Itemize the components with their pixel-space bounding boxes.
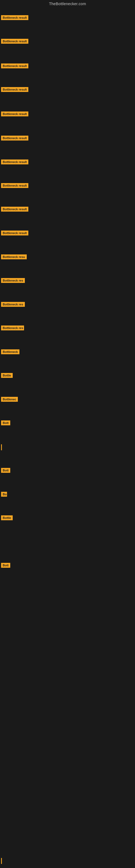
bottleneck-badge: Bottlenec [1,397,18,402]
bottleneck-badge: Bottleneck result [1,230,28,236]
bottleneck-badge: Bottleneck result [1,63,28,68]
bottleneck-badge: Bottleneck resu [1,254,27,259]
bottleneck-row: Bo [1,492,7,498]
bottleneck-row: Bottleneck res [1,326,24,332]
page-wrapper: TheBottlenecker.com Bottleneck resultBot… [0,0,135,868]
cursor-indicator [1,858,2,864]
bottleneck-row: Bottle [1,373,13,379]
site-title: TheBottlenecker.com [0,0,135,7]
bottleneck-row: Bott [1,421,10,426]
bottleneck-row: Bottleneck [1,349,19,355]
bottleneck-badge: Bottleneck result [1,207,28,212]
bottleneck-row: Bottleneck result [1,39,28,45]
bottleneck-badge: Bottleneck [1,349,19,354]
bottleneck-badge: Bottleneck result [1,112,28,116]
bottleneck-badge: Bott [1,563,10,568]
bottleneck-badge: Bott [1,421,10,425]
bottleneck-badge: Bottleneck result [1,135,28,141]
bottleneck-row: Bottleneck result [1,207,28,213]
bottleneck-badge: Bo [1,492,7,497]
bottleneck-badge: Bottleneck result [1,15,28,20]
bottleneck-badge: Bottleneck result [1,183,28,188]
bottleneck-row: Bottleneck result [1,183,28,189]
bottleneck-row: Bottleneck result [1,230,28,237]
bottleneck-row: Bottleneck result [1,159,28,165]
bottleneck-row: Bottleneck result [1,15,28,21]
bottleneck-badge: Bottle [1,516,13,520]
bottleneck-row [1,858,2,865]
bottleneck-row: Bottleneck result [1,63,28,69]
bottleneck-row: Bottleneck resu [1,254,27,260]
bottleneck-row: Bott [1,563,10,569]
bottleneck-row [1,444,2,452]
bottleneck-row: Bottle [1,516,13,521]
bottleneck-badge: Bottleneck result [1,87,28,92]
bottleneck-badge: Bottleneck res [1,302,25,307]
bottleneck-badge: Bottleneck result [1,159,28,164]
bottleneck-row: Bottleneck result [1,112,28,118]
bottleneck-badge: Bottleneck res [1,326,24,330]
bottleneck-badge: Bottle [1,373,13,378]
bottleneck-badge: Bottleneck result [1,39,28,44]
bottleneck-row: Bottleneck res [1,278,25,284]
cursor-indicator [1,444,2,450]
bottleneck-row: Bott [1,468,10,474]
bottleneck-row: Bottleneck result [1,135,28,142]
bottleneck-row: Bottleneck result [1,87,28,93]
bottleneck-badge: Bott [1,468,10,473]
bottleneck-row: Bottleneck res [1,302,25,308]
bottleneck-badge: Bottleneck res [1,278,25,283]
bottleneck-row: Bottlenec [1,397,18,403]
